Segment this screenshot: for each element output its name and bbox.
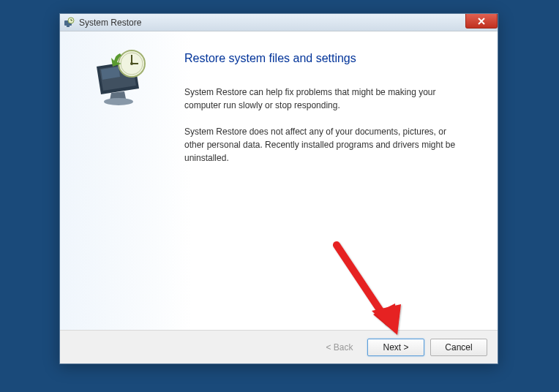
svg-rect-1 [67, 26, 70, 27]
back-button: < Back [318, 339, 361, 356]
svg-point-3 [104, 98, 133, 105]
next-button[interactable]: Next > [367, 339, 424, 356]
left-pane [60, 31, 184, 330]
intro-paragraph-2: System Restore does not affect any of yo… [184, 125, 462, 165]
system-restore-icon [89, 46, 155, 112]
app-icon [63, 17, 75, 29]
close-button[interactable] [465, 14, 498, 29]
intro-paragraph-1: System Restore can help fix problems tha… [184, 86, 462, 112]
svg-point-8 [130, 62, 133, 65]
system-restore-window: System Restore [59, 13, 498, 364]
window-title: System Restore [79, 18, 141, 28]
content-area: Restore system files and settings System… [60, 31, 498, 330]
main-pane: Restore system files and settings System… [184, 31, 498, 330]
titlebar: System Restore [60, 14, 498, 31]
page-heading: Restore system files and settings [184, 52, 477, 65]
wizard-footer: < Back Next > Cancel [60, 330, 498, 363]
cancel-button[interactable]: Cancel [430, 339, 487, 356]
